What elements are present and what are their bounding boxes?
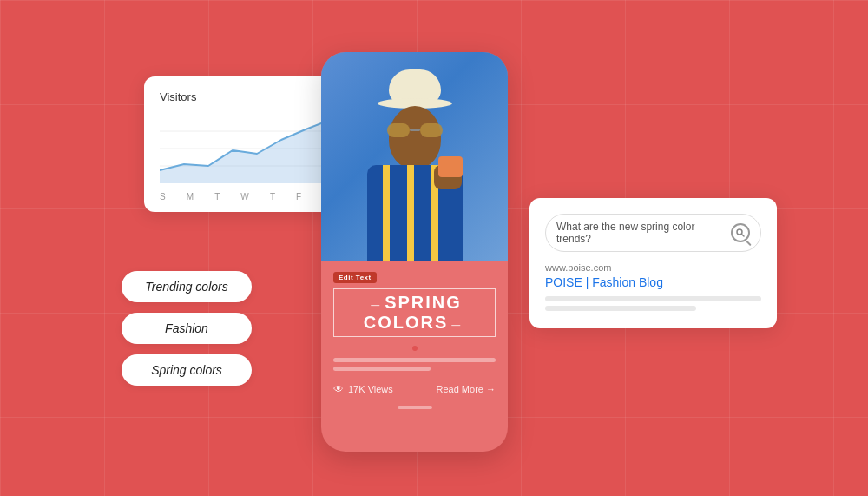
search-site-title[interactable]: POISE | Fashion Blog [545,275,761,289]
shirt-stripe-2 [407,165,414,261]
chart-label-w: W [240,192,248,202]
person-figure [345,61,484,261]
search-icon[interactable] [731,223,750,242]
eye-icon: 👁 [333,383,344,395]
svg-line-4 [742,235,745,237]
search-result-line-1 [545,296,761,301]
chart-label-t2: T [270,192,275,202]
phone-content: Edit Text SPRING COLORS 👁 17K Views Read… [321,261,508,423]
hand-area [434,165,469,200]
views-area: 👁 17K Views [333,383,393,395]
hat [385,69,445,109]
food [438,156,463,177]
scene: Visitors S M T W T F S [0,0,868,496]
search-url: www.poise.com [545,262,761,273]
pill-fashion[interactable]: Fashion [122,313,252,344]
search-result-line-2 [545,306,696,311]
pills-area: Trending colors Fashion Spring colors [122,271,252,386]
pill-trending-colors[interactable]: Trending colors [122,271,252,302]
phone-footer: 👁 17K Views Read More → [333,383,496,395]
phone-headline: SPRING COLORS [333,288,496,337]
phone-line-1 [333,358,496,362]
chart-label-f: F [296,192,301,202]
chart-card: Visitors S M T W T F S [144,76,344,212]
pill-spring-colors[interactable]: Spring colors [122,354,252,386]
phone-card: Edit Text SPRING COLORS 👁 17K Views Read… [321,52,508,452]
glass-right [420,123,443,137]
views-count: 17K Views [348,384,393,394]
search-query-text: What are the new spring color trends? [556,221,724,245]
shirt-stripe-1 [383,165,390,261]
search-result-lines [545,296,761,311]
edit-text-badge: Edit Text [333,272,377,283]
chart-label-s1: S [160,192,166,202]
search-card: What are the new spring color trends? ww… [529,198,777,328]
visitors-chart [160,114,328,183]
glass-bridge [410,129,420,131]
glasses [387,123,443,139]
read-more-link[interactable]: Read More → [437,384,496,394]
search-bar[interactable]: What are the new spring color trends? [545,214,761,252]
chart-label-m: M [187,192,194,202]
phone-lines [333,358,496,371]
chart-title: Visitors [160,90,328,103]
chart-label-t1: T [214,192,220,202]
phone-handle [398,406,432,409]
phone-dot [412,346,418,351]
glass-left [387,123,410,137]
phone-image [321,52,508,261]
chart-labels: S M T W T F S [160,192,328,202]
phone-line-2 [333,367,431,371]
